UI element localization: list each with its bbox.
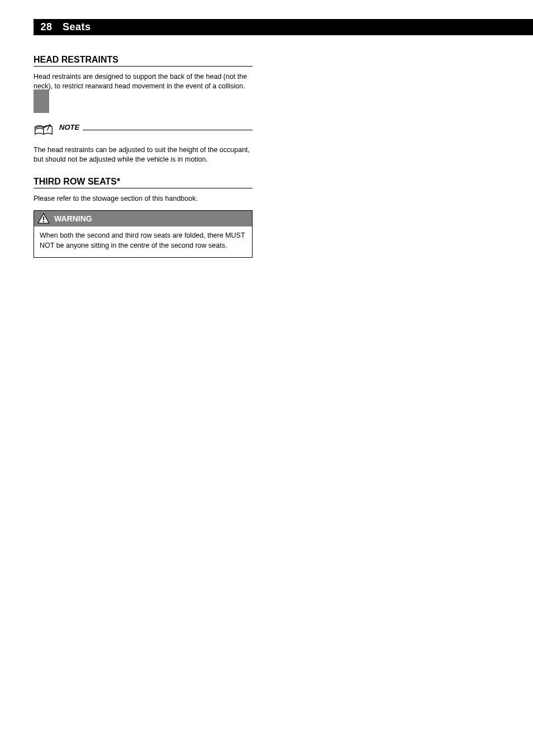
warning-body: When both the second and third row seats… [34,226,252,257]
warning-label: WARNING [54,214,92,223]
manual-book-icon [34,123,54,140]
note-label: NOTE [59,123,83,131]
svg-rect-1 [43,221,44,222]
svg-rect-0 [43,217,44,220]
warning-header: WARNING [34,211,252,226]
section-head-restraints-title: HEAD RESTRAINTS [34,55,253,67]
page-number: 28 [34,21,56,33]
header-title: Seats [56,21,91,33]
main-content: HEAD RESTRAINTS Head restraints are desi… [34,55,253,258]
section-third-row-para: Please refer to the stowage section of t… [34,194,253,204]
warning-box: WARNING When both the second and third r… [34,210,253,258]
section-third-row-title: THIRD ROW SEATS* [34,177,253,188]
note-row: NOTE [34,123,253,140]
note-rule [83,123,253,130]
section-head-restraints-para: Head restraints are designed to support … [34,72,253,92]
note-body: The head restraints can be adjusted to s… [34,145,253,165]
warning-triangle-icon [37,213,50,224]
header-bar: 28 Seats [34,19,533,35]
